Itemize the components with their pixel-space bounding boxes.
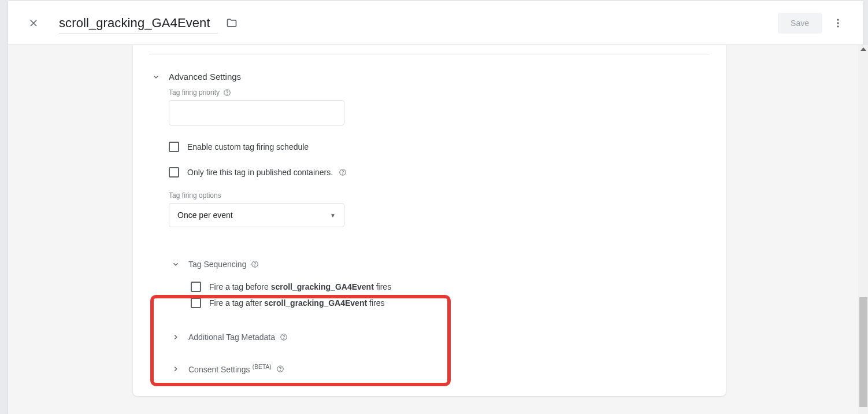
enable-schedule-label: Enable custom tag firing schedule	[187, 142, 309, 151]
dropdown-arrow-icon: ▼	[330, 212, 336, 219]
tag-firing-priority-label: Tag firing priority	[169, 88, 710, 97]
close-icon	[28, 17, 39, 29]
help-sequencing-button[interactable]	[251, 260, 259, 268]
scrollbar-thumb[interactable]	[859, 297, 867, 407]
help-icon	[276, 365, 284, 373]
help-icon	[223, 88, 231, 97]
chevron-down-icon	[172, 260, 180, 268]
advanced-settings-content: Tag firing priority Enable custom tag fi…	[133, 84, 726, 227]
enable-schedule-row: Enable custom tag firing schedule	[169, 142, 710, 152]
svg-point-1	[837, 22, 839, 24]
scroll-up-icon	[860, 47, 866, 51]
only-published-row: Only fire this tag in published containe…	[169, 167, 710, 178]
chevron-right-icon	[172, 333, 180, 341]
fire-before-row: Fire a tag before scroll_gracking_GA4Eve…	[191, 282, 710, 292]
chevron-down-icon	[152, 73, 160, 81]
tag-firing-options-value: Once per event	[177, 210, 233, 220]
title-area	[59, 12, 778, 34]
advanced-settings-section[interactable]: Advanced Settings	[133, 64, 726, 84]
svg-point-4	[227, 94, 228, 95]
fire-after-checkbox[interactable]	[191, 298, 201, 308]
tag-firing-priority-input[interactable]	[169, 100, 344, 125]
folder-button[interactable]	[226, 17, 238, 29]
help-icon	[280, 333, 288, 341]
folder-icon	[226, 17, 238, 29]
svg-point-8	[255, 266, 255, 267]
enable-schedule-checkbox[interactable]	[169, 142, 179, 152]
tag-sequencing-label: Tag Sequencing	[188, 260, 246, 269]
help-metadata-button[interactable]	[280, 333, 288, 341]
tag-name-input[interactable]	[59, 12, 218, 34]
tag-editor-modal: Save More Settings Advanced Settings	[8, 1, 863, 414]
more-vert-icon	[832, 17, 844, 29]
save-button[interactable]: Save	[778, 13, 822, 34]
tag-firing-options-select[interactable]: Once per event ▼	[169, 203, 344, 227]
only-published-label: Only fire this tag in published containe…	[187, 168, 333, 177]
additional-metadata-label: Additional Tag Metadata	[188, 332, 275, 342]
fire-before-checkbox[interactable]	[191, 282, 201, 292]
divider	[149, 54, 710, 54]
modal-header: Save	[8, 1, 863, 45]
advanced-settings-label: Advanced Settings	[169, 72, 241, 82]
svg-point-10	[284, 339, 284, 339]
beta-badge: (BETA)	[253, 364, 272, 370]
fire-before-label: Fire a tag before scroll_gracking_GA4Eve…	[209, 282, 391, 291]
svg-point-2	[837, 25, 839, 27]
more-settings-section[interactable]: More Settings	[133, 45, 726, 47]
chevron-right-icon	[172, 365, 180, 373]
only-published-checkbox[interactable]	[169, 167, 179, 178]
svg-point-6	[343, 174, 343, 175]
consent-settings-label: Consent Settings(BETA)	[188, 364, 272, 374]
tag-firing-options-label: Tag firing options	[169, 191, 710, 199]
additional-metadata-section[interactable]: Additional Tag Metadata	[133, 314, 726, 346]
tag-sequencing-content: Fire a tag before scroll_gracking_GA4Eve…	[133, 273, 726, 308]
tag-sequencing-section[interactable]: Tag Sequencing	[133, 227, 726, 273]
modal-body: More Settings Advanced Settings Tag firi…	[8, 45, 863, 414]
help-priority-button[interactable]	[223, 88, 231, 97]
close-button[interactable]	[22, 12, 45, 35]
svg-point-0	[837, 19, 839, 20]
help-published-button[interactable]	[339, 168, 347, 176]
help-icon	[251, 260, 259, 268]
consent-settings-section[interactable]: Consent Settings(BETA)	[133, 346, 726, 379]
fire-after-row: Fire a tag after scroll_gracking_GA4Even…	[191, 298, 710, 308]
svg-point-12	[280, 370, 281, 371]
fire-after-label: Fire a tag after scroll_gracking_GA4Even…	[209, 298, 384, 308]
more-menu-button[interactable]	[826, 12, 850, 35]
help-consent-button[interactable]	[276, 365, 284, 373]
tag-config-card: More Settings Advanced Settings Tag firi…	[133, 45, 726, 396]
scrollbar[interactable]	[858, 45, 868, 414]
help-icon	[339, 168, 347, 176]
